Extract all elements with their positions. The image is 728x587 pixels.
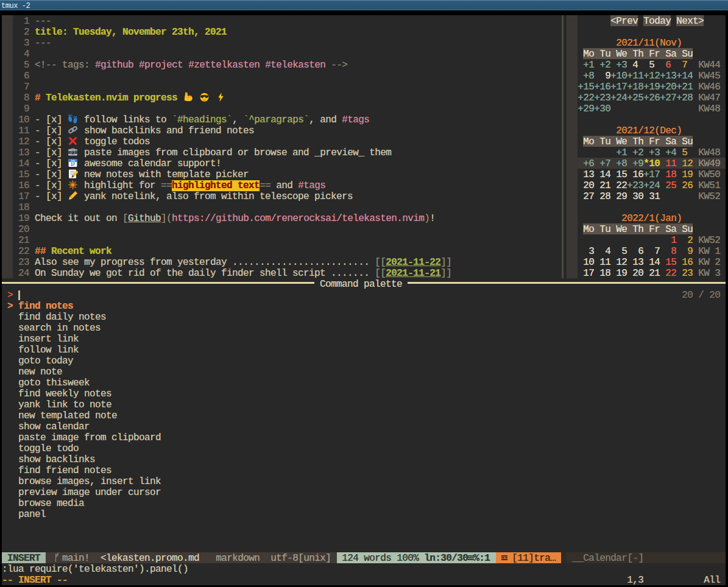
svg-text:July: July [71, 160, 75, 162]
svg-text:17: 17 [71, 162, 76, 166]
